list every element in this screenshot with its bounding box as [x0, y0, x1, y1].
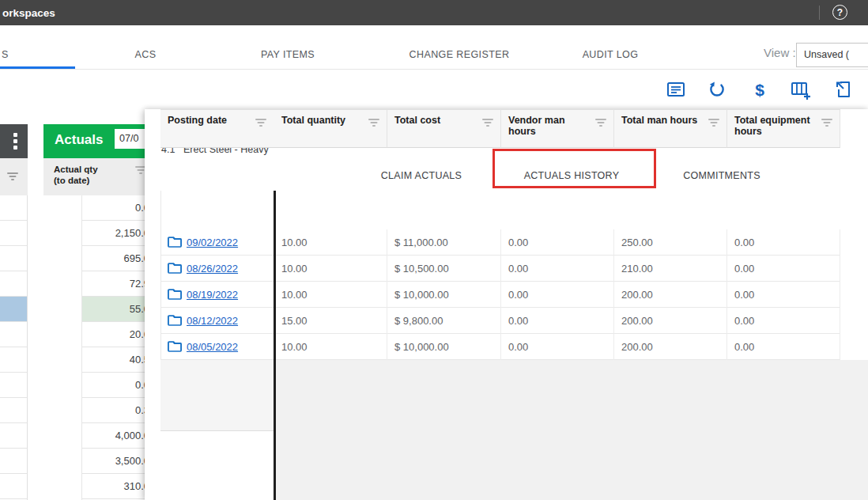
- left-row-strip: [0, 195, 28, 500]
- posting-date-link[interactable]: 09/02/2022: [187, 237, 238, 248]
- posting-date-cell[interactable]: 08/05/2022: [160, 334, 274, 360]
- actuals-section-header: Actuals 07/0: [43, 124, 154, 158]
- currency-button[interactable]: $: [749, 80, 770, 100]
- value-cell: 10.00: [274, 282, 387, 308]
- column-header[interactable]: Total quantity: [274, 109, 387, 148]
- overlay-tab-commitments[interactable]: COMMITMENTS: [635, 170, 809, 181]
- actual-qty-cell[interactable]: 0.3: [82, 398, 154, 423]
- filter-icon[interactable]: [6, 172, 19, 181]
- folder-icon[interactable]: [168, 262, 182, 274]
- folder-icon[interactable]: [168, 340, 182, 352]
- help-icon[interactable]: ?: [832, 5, 847, 20]
- value-cell: 15.00: [274, 308, 387, 334]
- filter-icon[interactable]: [368, 118, 380, 127]
- row-menu-header[interactable]: [0, 124, 28, 158]
- table-row[interactable]: 08/26/202210.00$ 10,500.000.00210.000.00: [160, 256, 840, 282]
- tab-audit-log[interactable]: AUDIT LOG: [523, 49, 697, 60]
- frozen-column-divider[interactable]: [274, 191, 276, 500]
- value-cell: 0.00: [501, 334, 614, 360]
- posting-date-cell[interactable]: 08/26/2022: [160, 256, 274, 282]
- filter-icon[interactable]: [708, 118, 720, 127]
- posting-date-cell[interactable]: 08/19/2022: [160, 282, 274, 308]
- details-list-button[interactable]: [666, 80, 686, 100]
- tab-pay-items[interactable]: PAY ITEMS: [201, 49, 375, 60]
- value-cell: 0.00: [501, 256, 614, 282]
- tab-s[interactable]: S: [2, 49, 9, 60]
- left-grid-row[interactable]: [0, 373, 27, 398]
- column-header[interactable]: Total man hours: [614, 109, 727, 148]
- left-grid-row[interactable]: [0, 449, 27, 474]
- actual-qty-cell[interactable]: 40.5: [82, 347, 154, 373]
- actual-qty-cell[interactable]: 695.0: [82, 246, 154, 271]
- left-grid-row[interactable]: [0, 423, 27, 449]
- column-header[interactable]: Vendor man hours: [501, 109, 614, 148]
- add-column-button[interactable]: [791, 80, 811, 100]
- actual-qty-cell[interactable]: 20.6: [82, 322, 154, 347]
- posting-date-link[interactable]: 08/12/2022: [187, 315, 238, 327]
- actual-qty-rows: 0.02,150.0695.072.955.020.640.50.00.34,0…: [81, 195, 154, 500]
- filter-icon[interactable]: [255, 118, 267, 127]
- posting-date-link[interactable]: 08/26/2022: [187, 263, 238, 275]
- posting-date-cell[interactable]: 08/12/2022: [160, 308, 274, 334]
- left-grid-row[interactable]: [0, 322, 27, 347]
- details-list-icon: [666, 80, 685, 99]
- actual-qty-cell[interactable]: 4,000.0: [82, 423, 154, 449]
- filter-icon[interactable]: [821, 118, 833, 127]
- left-grid-row[interactable]: [0, 195, 27, 221]
- value-cell: 250.00: [614, 229, 727, 256]
- left-grid-row[interactable]: [0, 271, 27, 297]
- actual-qty-cell[interactable]: 0.0: [82, 195, 154, 221]
- table-row[interactable]: 08/05/202210.00$ 10,000.000.00200.000.00: [160, 334, 840, 360]
- export-button[interactable]: [833, 80, 854, 100]
- folder-icon[interactable]: [168, 314, 182, 326]
- actual-qty-cell[interactable]: 55.0: [82, 297, 154, 322]
- overlay-tab-claim-actuals[interactable]: CLAIM ACTUALS: [334, 170, 508, 181]
- actual-qty-cell[interactable]: 72.9: [82, 271, 154, 297]
- column-header-label: Total quantity: [281, 115, 366, 126]
- value-cell: $ 9,800.00: [387, 308, 501, 334]
- kebab-menu-icon: [13, 133, 17, 137]
- posting-date-link[interactable]: 08/19/2022: [187, 289, 238, 301]
- highlight-rectangle: [492, 149, 656, 188]
- table-row[interactable]: 08/12/202215.00$ 9,800.000.00200.000.00: [160, 308, 840, 334]
- actual-qty-cell[interactable]: 310.0: [82, 474, 154, 499]
- left-grid-row[interactable]: [0, 246, 27, 271]
- dollar-icon: $: [749, 80, 770, 100]
- undo-button[interactable]: [707, 80, 727, 100]
- posting-date-link[interactable]: 08/05/2022: [187, 341, 238, 353]
- value-cell: 0.00: [501, 229, 614, 256]
- app-screen: orkspaces ? View : Unsaved ( SACSPAY ITE…: [0, 0, 868, 500]
- value-cell: 10.00: [274, 256, 387, 282]
- table-row[interactable]: 09/02/202210.00$ 11,000.000.00250.000.00: [160, 229, 840, 256]
- filter-icon[interactable]: [594, 118, 607, 127]
- table-row[interactable]: 08/19/202210.00$ 10,000.000.00200.000.00: [160, 282, 840, 308]
- column-header[interactable]: Total equipment hours: [727, 109, 840, 148]
- posting-column-extension: [160, 360, 274, 431]
- left-grid-row[interactable]: [0, 398, 27, 423]
- actual-qty-cell[interactable]: 0.0: [82, 373, 154, 398]
- actual-qty-cell[interactable]: 3,500.0: [82, 449, 154, 474]
- filter-icon[interactable]: [481, 118, 494, 127]
- left-filter-cell: [0, 158, 28, 195]
- column-header-label: Total equipment hours: [734, 115, 819, 137]
- column-header-label: Vendor man hours: [508, 115, 593, 137]
- value-cell: 0.00: [727, 334, 840, 360]
- column-header[interactable]: Posting date: [160, 109, 274, 148]
- column-header-label: Total cost: [394, 115, 480, 126]
- value-cell: 200.00: [614, 282, 727, 308]
- value-cell: 0.00: [501, 308, 614, 334]
- left-grid-row[interactable]: [0, 221, 27, 246]
- left-grid-row[interactable]: [0, 347, 27, 373]
- left-grid-row[interactable]: [0, 474, 27, 499]
- folder-icon[interactable]: [168, 288, 182, 300]
- left-grid-row[interactable]: [0, 297, 27, 322]
- view-label: View :: [764, 46, 796, 59]
- column-header[interactable]: Total cost: [387, 109, 501, 148]
- posting-date-cell[interactable]: 09/02/2022: [160, 229, 274, 256]
- tab-change-register[interactable]: CHANGE REGISTER: [372, 49, 546, 60]
- actual-qty-cell[interactable]: 2,150.0: [82, 221, 154, 246]
- value-cell: 10.00: [274, 334, 387, 360]
- value-cell: 0.00: [501, 282, 614, 308]
- view-selector[interactable]: Unsaved (: [796, 43, 868, 67]
- folder-icon[interactable]: [168, 236, 182, 248]
